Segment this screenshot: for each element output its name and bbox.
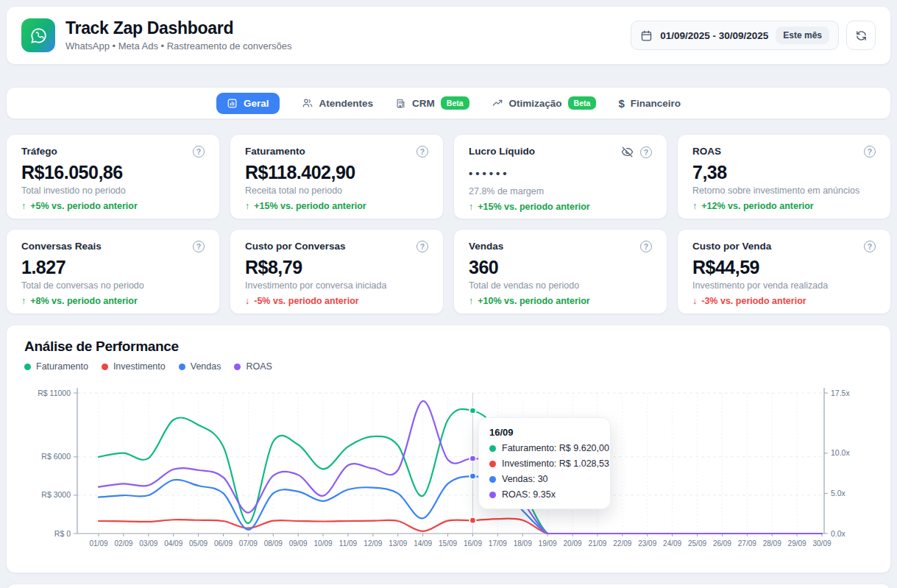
page-title: Track Zap Dashboard	[65, 19, 292, 38]
header-actions: 01/09/2025 - 30/09/2025 Este mês	[631, 21, 876, 50]
svg-text:17.5x: 17.5x	[831, 389, 850, 397]
tab-label: Geral	[244, 98, 269, 109]
help-icon[interactable]: ?	[640, 146, 652, 158]
chart-area[interactable]: R$ 0R$ 3000R$ 6000R$ 110000.0x5.0x10.0x1…	[24, 378, 873, 556]
svg-text:20/09: 20/09	[564, 539, 582, 548]
svg-text:13/09: 13/09	[389, 539, 407, 548]
svg-text:05/09: 05/09	[189, 539, 208, 548]
tooltip-series-dot-icon	[489, 461, 496, 467]
kpi-title: Custo por Venda	[692, 241, 771, 252]
kpi-delta: ↓ -5% vs. periodo anterior	[245, 296, 428, 306]
tabs-bar: Geral Atendentes CRM Beta Otimização Bet…	[6, 87, 891, 119]
bar-chart-icon	[227, 98, 238, 109]
dashboard-page: Track Zap Dashboard WhatsApp • Meta Ads …	[0, 0, 897, 588]
kpi-delta: ↑ +15% vs. periodo anterior	[245, 201, 428, 211]
performance-line-chart[interactable]: R$ 0R$ 3000R$ 6000R$ 110000.0x5.0x10.0x1…	[24, 378, 873, 556]
legend-item[interactable]: Vendas	[179, 361, 221, 372]
tab-geral[interactable]: Geral	[216, 93, 280, 114]
tooltip-series-value: ROAS: 9.35x	[502, 489, 556, 500]
kpi-card-trafego: Tráfego ? R$16.050,86 Total investido no…	[6, 134, 220, 219]
svg-text:R$ 11000: R$ 11000	[38, 389, 71, 397]
trending-up-icon	[492, 97, 503, 109]
kpi-delta: ↓ -3% vs. periodo anterior	[692, 296, 876, 306]
chart-tooltip: 16/09 Faturamento: R$ 9.620,00Investimen…	[478, 417, 611, 509]
svg-text:14/09: 14/09	[414, 539, 432, 548]
refresh-button[interactable]	[846, 21, 876, 50]
tab-atendentes[interactable]: Atendentes	[302, 97, 374, 109]
svg-text:01/09: 01/09	[89, 539, 107, 548]
kpi-value: R$118.402,90	[245, 163, 428, 183]
kpi-value: 1.827	[21, 258, 205, 277]
tab-otimizacao[interactable]: Otimização Beta	[492, 96, 597, 110]
delta-text: +10% vs. periodo anterior	[478, 296, 589, 306]
eye-off-icon[interactable]	[621, 146, 634, 158]
beta-badge: Beta	[568, 96, 597, 110]
tab-crm[interactable]: CRM Beta	[395, 96, 469, 110]
kpi-value: 7,38	[692, 163, 876, 183]
tab-label: Financeiro	[631, 98, 681, 109]
refresh-icon	[855, 29, 868, 42]
svg-text:R$ 6000: R$ 6000	[41, 452, 71, 461]
kpi-title: Conversas Reais	[21, 241, 102, 252]
kpi-title: ROAS	[692, 146, 721, 157]
kpi-card-lucro-liquido: Lucro Líquido ? •••••• 27.8% de margem ↑…	[453, 134, 667, 219]
tooltip-series-value: Investimento: R$ 1.028,53	[502, 458, 609, 469]
delta-text: +5% vs. periodo anterior	[30, 201, 138, 211]
kpi-title: Custo por Conversas	[245, 241, 346, 252]
svg-text:R$ 3000: R$ 3000	[41, 490, 71, 499]
delta-text: +8% vs. periodo anterior	[30, 296, 138, 306]
kpi-subtitle: Investimento por venda realizada	[692, 280, 876, 291]
tooltip-series-dot-icon	[489, 492, 496, 498]
dollar-icon: $	[618, 97, 624, 110]
help-icon[interactable]: ?	[416, 241, 428, 252]
kpi-value-masked: ••••••	[469, 163, 652, 183]
svg-text:23/09: 23/09	[638, 539, 656, 548]
delta-text: -5% vs. periodo anterior	[254, 296, 358, 306]
delta-arrow-icon: ↑	[469, 202, 473, 212]
tooltip-row: Investimento: R$ 1.028,53	[489, 458, 600, 469]
help-icon[interactable]: ?	[640, 241, 652, 252]
tooltip-series-dot-icon	[489, 476, 496, 483]
kpi-subtitle: 27.8% de margem	[469, 186, 652, 196]
svg-text:22/09: 22/09	[613, 539, 631, 548]
delta-arrow-icon: ↑	[692, 201, 697, 211]
help-icon[interactable]: ?	[416, 146, 428, 157]
legend-item[interactable]: Faturamento	[24, 361, 88, 372]
tab-label: Otimização	[509, 98, 562, 109]
delta-text: +12% vs. periodo anterior	[701, 201, 813, 211]
date-preset-badge[interactable]: Este mês	[776, 26, 829, 44]
tooltip-series-value: Vendas: 30	[502, 474, 548, 484]
brand-text: Track Zap Dashboard WhatsApp • Meta Ads …	[65, 19, 292, 52]
svg-text:06/09: 06/09	[214, 539, 233, 548]
help-icon[interactable]: ?	[193, 241, 205, 252]
tab-financeiro[interactable]: $ Financeiro	[618, 97, 681, 110]
kpi-delta: ↑ +12% vs. periodo anterior	[692, 201, 876, 211]
chart-title: Análise de Performance	[24, 339, 873, 355]
legend-item[interactable]: Investimento	[102, 361, 166, 372]
kpi-value: R$16.050,86	[21, 163, 205, 183]
legend-item[interactable]: ROAS	[234, 361, 272, 372]
delta-text: +15% vs. periodo anterior	[478, 202, 589, 212]
svg-text:21/09: 21/09	[588, 539, 606, 548]
kpi-card-roas: ROAS ? 7,38 Retorno sobre investimento e…	[677, 134, 891, 219]
date-range-picker[interactable]: 01/09/2025 - 30/09/2025 Este mês	[631, 21, 839, 50]
legend-label: Faturamento	[36, 361, 88, 372]
svg-text:18/09: 18/09	[514, 539, 532, 548]
legend-dot-icon	[102, 364, 108, 370]
delta-arrow-icon: ↓	[692, 296, 697, 306]
svg-text:16/09: 16/09	[464, 539, 482, 548]
legend-label: Investimento	[113, 361, 166, 372]
svg-text:17/09: 17/09	[489, 539, 507, 548]
kpi-value: R$8,79	[245, 258, 428, 277]
svg-text:11/09: 11/09	[339, 539, 358, 548]
svg-text:07/09: 07/09	[239, 539, 258, 548]
delta-arrow-icon: ↓	[245, 296, 249, 306]
svg-text:10/09: 10/09	[314, 539, 333, 548]
svg-text:24/09: 24/09	[663, 539, 681, 548]
help-icon[interactable]: ?	[193, 146, 205, 157]
help-icon[interactable]: ?	[864, 241, 876, 252]
help-icon[interactable]: ?	[864, 146, 876, 157]
legend-label: ROAS	[246, 361, 272, 372]
kpi-subtitle: Investimento por conversa iniciada	[245, 280, 428, 291]
date-range-value: 01/09/2025 - 30/09/2025	[660, 30, 768, 41]
